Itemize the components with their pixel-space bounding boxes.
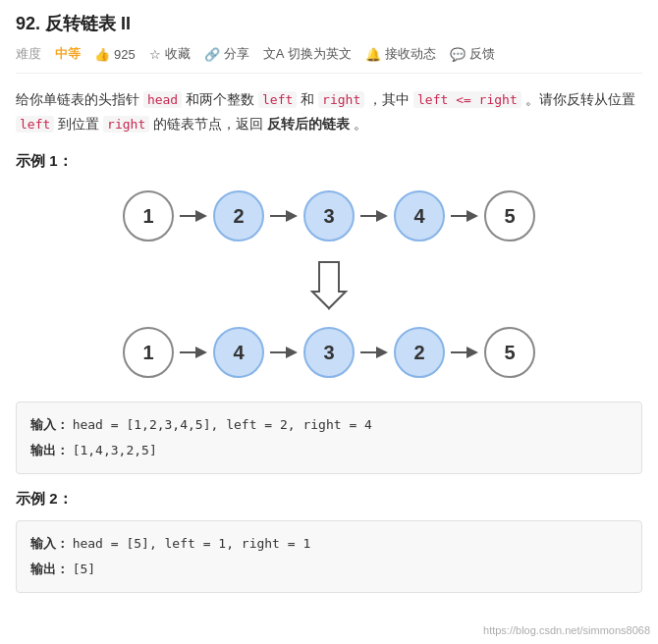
node-after-5: 5 bbox=[484, 327, 535, 378]
example2-input-label: 输入： bbox=[30, 536, 69, 551]
feedback-label: 反馈 bbox=[469, 45, 495, 63]
arrow-after-1 bbox=[178, 345, 209, 360]
switch-lang-label: 切换为英文 bbox=[288, 45, 352, 63]
diagram: 1 2 3 4 5 bbox=[16, 183, 642, 386]
watermark: https://blog.csdn.net/simmons8068 bbox=[483, 624, 650, 636]
node-after-2: 2 bbox=[394, 327, 445, 378]
arrow-after-2 bbox=[268, 345, 300, 360]
switch-lang-item[interactable]: 文A 切换为英文 bbox=[263, 45, 353, 63]
example1-box: 输入： head = [1,2,3,4,5], left = 2, right … bbox=[16, 402, 642, 474]
thumbs-up-icon: 👍 bbox=[94, 47, 110, 62]
example1-output-value: [1,4,3,2,5] bbox=[73, 443, 157, 457]
arrow-1 bbox=[178, 208, 209, 224]
example2-output-row: 输出： [5] bbox=[30, 557, 628, 582]
share-label: 分享 bbox=[224, 45, 249, 63]
likes-count: 925 bbox=[114, 47, 136, 62]
likes-item[interactable]: 👍 925 bbox=[94, 47, 136, 62]
example2-title: 示例 2： bbox=[16, 490, 642, 509]
example2-output-value: [5] bbox=[73, 562, 95, 576]
feedback-item[interactable]: 💬 反馈 bbox=[450, 45, 495, 63]
difficulty-level: 中等 bbox=[55, 45, 81, 63]
arrow-3 bbox=[358, 208, 390, 224]
down-arrow bbox=[304, 257, 354, 311]
meta-row: 难度 中等 👍 925 ☆ 收藏 🔗 分享 文A 切换为英文 🔔 接收动态 💬 … bbox=[16, 45, 642, 74]
collect-item[interactable]: ☆ 收藏 bbox=[149, 45, 191, 63]
example1-title: 示例 1： bbox=[16, 152, 642, 171]
arrow-after-3 bbox=[358, 345, 390, 360]
example2-input-value: head = [5], left = 1, right = 1 bbox=[73, 536, 311, 551]
arrow-2 bbox=[268, 208, 300, 224]
arrow-4 bbox=[449, 208, 480, 224]
example1-input-label: 输入： bbox=[30, 417, 69, 432]
node-before-3: 3 bbox=[303, 190, 355, 242]
share-icon: 🔗 bbox=[204, 47, 220, 62]
node-after-4: 4 bbox=[213, 327, 264, 378]
example1-input-value: head = [1,2,3,4,5], left = 2, right = 4 bbox=[73, 417, 372, 432]
node-before-4: 4 bbox=[394, 190, 445, 242]
example2-output-label: 输出： bbox=[30, 562, 69, 576]
node-after-1: 1 bbox=[123, 327, 174, 378]
example1-input-row: 输入： head = [1,2,3,4,5], left = 2, right … bbox=[30, 412, 628, 438]
translate-icon: 文A bbox=[263, 45, 285, 63]
notification-item[interactable]: 🔔 接收动态 bbox=[365, 45, 436, 63]
example1-output-label: 输出： bbox=[30, 443, 69, 457]
example1-output-row: 输出： [1,4,3,2,5] bbox=[30, 438, 628, 463]
feedback-icon: 💬 bbox=[450, 47, 466, 62]
star-icon: ☆ bbox=[149, 47, 161, 62]
example2-input-row: 输入： head = [5], left = 1, right = 1 bbox=[30, 531, 628, 557]
before-list: 1 2 3 4 5 bbox=[123, 190, 535, 242]
collect-label: 收藏 bbox=[165, 45, 191, 63]
node-before-1: 1 bbox=[123, 190, 174, 242]
notification-label: 接收动态 bbox=[385, 45, 436, 63]
node-before-2: 2 bbox=[213, 190, 264, 242]
after-list: 1 4 3 2 5 bbox=[123, 327, 535, 378]
difficulty-label: 难度 bbox=[16, 45, 41, 63]
arrow-after-4 bbox=[449, 345, 480, 360]
svg-marker-5 bbox=[312, 262, 346, 308]
node-before-5: 5 bbox=[484, 190, 535, 242]
node-after-3: 3 bbox=[303, 327, 355, 378]
example2-box: 输入： head = [5], left = 1, right = 1 输出： … bbox=[16, 520, 642, 593]
description: 给你单链表的头指针 head 和两个整数 left 和 right ，其中 le… bbox=[16, 87, 642, 136]
page-title: 92. 反转链表 II bbox=[16, 12, 642, 35]
bell-icon: 🔔 bbox=[365, 47, 381, 62]
share-item[interactable]: 🔗 分享 bbox=[204, 45, 249, 63]
